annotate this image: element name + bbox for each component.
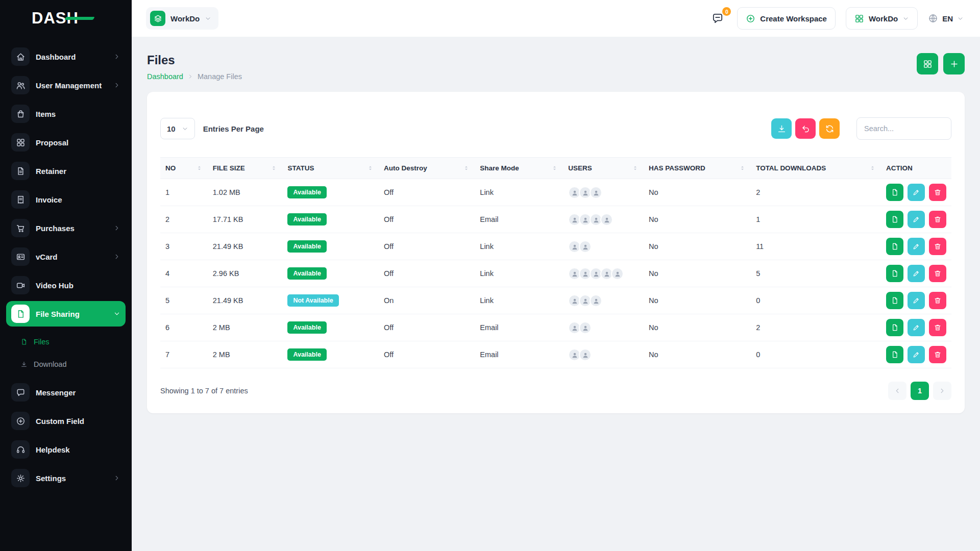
sidebar-item-purchases[interactable]: Purchases	[6, 215, 126, 241]
column-header-auto-destroy[interactable]: Auto Destroy	[379, 158, 475, 179]
cell-action	[881, 314, 951, 341]
view-button[interactable]	[886, 211, 903, 228]
delete-button[interactable]	[929, 238, 946, 255]
sidebar-subitem-label: Files	[34, 338, 50, 346]
cell-file-size: 21.49 KB	[208, 287, 283, 314]
page-1-button[interactable]: 1	[911, 382, 929, 400]
column-header-file-size[interactable]: FILE SIZE	[208, 158, 283, 179]
sidebar-item-user-management[interactable]: User Management	[6, 72, 126, 98]
table-row: 62 MBAvailableOffEmailNo2	[160, 314, 951, 341]
view-button[interactable]	[886, 238, 903, 255]
next-page-button[interactable]	[933, 382, 951, 400]
delete-button[interactable]	[929, 184, 946, 201]
sidebar-subitem-files[interactable]: Files	[14, 331, 126, 353]
cell-has-password: No	[644, 206, 751, 233]
create-workspace-button[interactable]: Create Workspace	[737, 7, 836, 30]
cell-file-size: 1.02 MB	[208, 179, 283, 206]
user-avatar	[611, 267, 624, 280]
edit-button[interactable]	[908, 265, 925, 282]
workspace-menu-button[interactable]: WorkDo	[846, 7, 918, 30]
view-button[interactable]	[886, 184, 903, 201]
view-button[interactable]	[886, 265, 903, 282]
column-header-users[interactable]: USERS	[563, 158, 644, 179]
column-header-no[interactable]: NO	[160, 158, 208, 179]
edit-button[interactable]	[908, 346, 925, 363]
language-selector[interactable]: EN	[928, 13, 964, 23]
user-avatars	[568, 267, 639, 280]
messages-badge: 0	[722, 7, 731, 16]
column-header-share-mode[interactable]: Share Mode	[475, 158, 563, 179]
delete-button[interactable]	[929, 265, 946, 282]
sidebar-item-messenger[interactable]: Messenger	[6, 380, 126, 405]
sidebar-item-dashboard[interactable]: Dashboard	[6, 44, 126, 69]
export-button[interactable]	[771, 118, 792, 139]
column-header-inner: HAS PASSWORD	[649, 164, 746, 172]
undo-button[interactable]	[795, 118, 816, 139]
cell-share-mode: Link	[475, 287, 563, 314]
column-header-inner: USERS	[568, 164, 639, 172]
edit-button[interactable]	[908, 211, 925, 228]
messages-button[interactable]: 0	[712, 11, 727, 26]
layout-icon	[11, 133, 30, 152]
column-label: TOTAL DOWNLOADS	[756, 164, 826, 172]
sidebar-item-helpdesk[interactable]: Helpdesk	[6, 437, 126, 462]
user-avatars	[568, 321, 639, 334]
sidebar-item-invoice[interactable]: Invoice	[6, 187, 126, 212]
column-header-inner: Auto Destroy	[384, 164, 470, 172]
refresh-button[interactable]	[819, 118, 840, 139]
cell-file-size: 2 MB	[208, 314, 283, 341]
view-button[interactable]	[886, 346, 903, 363]
column-header-total-downloads[interactable]: TOTAL DOWNLOADS	[751, 158, 881, 179]
cell-no: 1	[160, 179, 208, 206]
workspace-selector[interactable]: WorkDo	[146, 7, 218, 30]
sidebar-item-file-sharing[interactable]: File Sharing	[6, 301, 126, 327]
cell-has-password: No	[644, 341, 751, 368]
cell-status: Available	[282, 233, 379, 260]
delete-button[interactable]	[929, 211, 946, 228]
sidebar-item-proposal[interactable]: Proposal	[6, 130, 126, 155]
column-header-inner: Share Mode	[480, 164, 558, 172]
column-label: HAS PASSWORD	[649, 164, 705, 172]
delete-button[interactable]	[929, 319, 946, 336]
sidebar-item-custom-field[interactable]: Custom Field	[6, 408, 126, 434]
view-button[interactable]	[886, 292, 903, 309]
sidebar-item-retainer[interactable]: Retainer	[6, 158, 126, 184]
column-label: FILE SIZE	[213, 164, 245, 172]
edit-button[interactable]	[908, 184, 925, 201]
sort-icon	[271, 165, 277, 171]
cell-action	[881, 233, 951, 260]
cell-file-size: 17.71 KB	[208, 206, 283, 233]
sidebar-item-video-hub[interactable]: Video Hub	[6, 272, 126, 298]
add-file-button[interactable]	[943, 53, 965, 74]
sidebar-item-settings[interactable]: Settings	[6, 465, 126, 491]
edit-button[interactable]	[908, 292, 925, 309]
app-logo[interactable]: DASH	[0, 0, 132, 37]
table-header-row: NOFILE SIZESTATUSAuto DestroyShare ModeU…	[160, 158, 951, 179]
column-header-status[interactable]: STATUS	[282, 158, 379, 179]
sidebar-item-label: Purchases	[36, 224, 107, 233]
chevron-right-icon	[113, 53, 120, 60]
delete-button[interactable]	[929, 346, 946, 363]
previous-page-button[interactable]	[888, 382, 906, 400]
view-button[interactable]	[886, 319, 903, 336]
edit-button[interactable]	[908, 319, 925, 336]
cell-has-password: No	[644, 314, 751, 341]
cell-action	[881, 179, 951, 206]
sidebar-item-vcard[interactable]: vCard	[6, 244, 126, 269]
sidebar-subitem-download[interactable]: Download	[14, 353, 126, 375]
delete-button[interactable]	[929, 292, 946, 309]
column-header-inner: ACTION	[886, 164, 946, 172]
table-row: 217.71 KBAvailableOffEmailNo1	[160, 206, 951, 233]
chevron-down-icon	[182, 126, 188, 132]
cell-share-mode: Link	[475, 260, 563, 287]
column-header-has-password[interactable]: HAS PASSWORD	[644, 158, 751, 179]
cell-share-mode: Email	[475, 341, 563, 368]
sidebar-item-label: Messenger	[36, 388, 120, 397]
grid-view-button[interactable]	[917, 53, 938, 74]
breadcrumb-dashboard-link[interactable]: Dashboard	[147, 72, 183, 81]
entries-per-page-select[interactable]: 10	[160, 118, 195, 139]
search-input[interactable]	[856, 117, 951, 140]
sidebar-item-items[interactable]: Items	[6, 101, 126, 127]
cell-no: 5	[160, 287, 208, 314]
edit-button[interactable]	[908, 238, 925, 255]
